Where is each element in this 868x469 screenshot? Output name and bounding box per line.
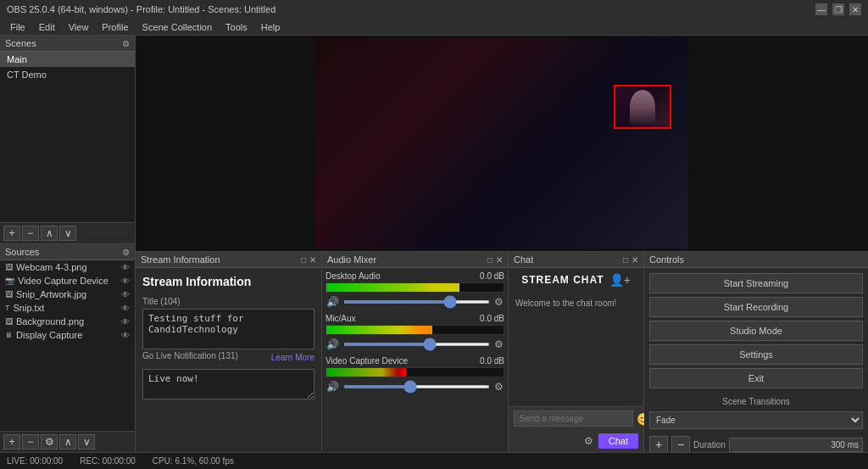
menubar: File Edit View Profile Scene Collection … [0, 19, 868, 36]
live-status: LIVE: 00:00:00 [7, 456, 63, 466]
studio-mode-button[interactable]: Studio Mode [649, 321, 863, 341]
preview-area [136, 36, 868, 251]
menu-view[interactable]: View [62, 20, 96, 34]
start-streaming-button[interactable]: Start Streaming [649, 273, 863, 293]
add-scene-button[interactable]: + [3, 226, 20, 241]
source-item[interactable]: 🖼 Snip_Artwork.jpg 👁 [0, 288, 135, 301]
display-icon: 🖥 [5, 331, 13, 339]
learn-more-link[interactable]: Learn More [271, 353, 314, 362]
audio-settings-button[interactable]: ⚙ [493, 380, 504, 394]
mute-button[interactable]: 🔊 [326, 380, 340, 394]
chat-settings-button[interactable]: ⚙ [584, 435, 593, 447]
stream-info-maximize-icon[interactable]: □ [301, 255, 306, 265]
move-source-up-button[interactable]: ∧ [59, 434, 76, 449]
chat-user-icon: 👤+ [609, 273, 631, 287]
menu-file[interactable]: File [3, 20, 32, 34]
remove-scene-button[interactable]: − [22, 226, 39, 241]
scenes-panel: Scenes ⚙ Main CT Demo + − ∧ ∨ [0, 36, 135, 244]
chat-title: STREAM CHAT [521, 274, 604, 286]
remove-source-button[interactable]: − [22, 434, 39, 449]
meter-fill [326, 326, 432, 334]
volume-slider[interactable] [343, 385, 490, 388]
add-transition-button[interactable]: + [649, 436, 668, 452]
source-visibility-icon[interactable]: 👁 [121, 276, 130, 286]
sources-panel: Sources ⚙ 🖼 Webcam 4-3.png 👁 [0, 244, 135, 452]
source-visibility-icon[interactable]: 👁 [121, 304, 130, 313]
duration-input[interactable] [729, 438, 863, 452]
chat-content: STREAM CHAT 👤+ Welcome to the chat room!… [509, 268, 643, 452]
scene-item-ct-demo[interactable]: CT Demo [0, 67, 135, 82]
source-item[interactable]: T Snip.txt 👁 [0, 301, 135, 315]
audio-track-name: Desktop Audio [326, 271, 381, 281]
scene-transitions-label: Scene Transitions [649, 397, 863, 406]
settings-button[interactable]: Settings [649, 344, 863, 365]
chat-send-button[interactable]: Chat [598, 433, 638, 449]
scenes-settings-icon[interactable]: ⚙ [122, 39, 130, 48]
chat-panel: Chat □ ✕ STREAM CHAT 👤+ Welcome to the c… [509, 252, 644, 452]
audio-settings-button[interactable]: ⚙ [493, 295, 504, 309]
rec-status: REC: 00:00:00 [80, 456, 136, 466]
title-field-label: Title (104) [142, 297, 314, 306]
chat-message-input[interactable] [514, 410, 633, 427]
exit-button[interactable]: Exit [649, 368, 863, 388]
stream-info-close-icon[interactable]: ✕ [309, 255, 316, 265]
menu-help[interactable]: Help [254, 20, 287, 34]
source-item[interactable]: 📷 Video Capture Device 👁 [0, 274, 135, 288]
volume-slider[interactable] [343, 300, 490, 304]
remove-transition-button[interactable]: − [671, 436, 690, 452]
source-item[interactable]: 🖼 Webcam 4-3.png 👁 [0, 260, 135, 274]
minimize-button[interactable]: — [815, 3, 827, 15]
scenes-header-label: Scenes [5, 38, 36, 48]
source-visibility-icon[interactable]: 👁 [121, 317, 130, 327]
source-visibility-icon[interactable]: 👁 [121, 290, 130, 299]
add-source-button[interactable]: + [3, 434, 20, 449]
audio-mixer-maximize-icon[interactable]: □ [487, 255, 492, 265]
sources-list: 🖼 Webcam 4-3.png 👁 📷 Video Capture Devic… [0, 260, 135, 431]
mute-button[interactable]: 🔊 [326, 295, 340, 309]
mute-button[interactable]: 🔊 [326, 338, 340, 351]
audio-mixer-close-icon[interactable]: ✕ [496, 255, 503, 265]
menu-tools[interactable]: Tools [219, 20, 254, 34]
controls-header-label: Controls [649, 254, 684, 265]
title-textarea[interactable]: Testing stuff for CandidTechnology [142, 309, 314, 349]
audio-track-name: Video Capture Device [326, 356, 408, 366]
move-scene-down-button[interactable]: ∨ [59, 226, 76, 241]
menu-profile[interactable]: Profile [95, 20, 135, 34]
menu-edit[interactable]: Edit [32, 20, 62, 34]
source-item[interactable]: 🖥 Display Capture 👁 [0, 328, 135, 342]
source-visibility-icon[interactable]: 👁 [121, 331, 130, 340]
source-name: Snip_Artwork.jpg [16, 289, 86, 299]
source-settings-button[interactable]: ⚙ [41, 434, 58, 449]
volume-slider[interactable] [343, 343, 490, 346]
controls-content: Start Streaming Start Recording Studio M… [644, 268, 868, 452]
maximize-button[interactable]: ❐ [832, 3, 844, 15]
video-icon: 📷 [5, 276, 14, 285]
center-column: Stream Information □ ✕ Stream Informatio… [136, 36, 868, 452]
move-source-down-button[interactable]: ∨ [78, 434, 95, 449]
audio-mixer-header: Audio Mixer □ ✕ [322, 252, 508, 268]
preview-canvas [315, 38, 688, 248]
sources-toolbar: + − ⚙ ∧ ∨ [0, 431, 135, 452]
menu-scene-collection[interactable]: Scene Collection [136, 20, 220, 34]
bottom-panels: Stream Information □ ✕ Stream Informatio… [136, 251, 868, 452]
audio-track-video-capture: Video Capture Device 0.0 dB 🔊 ⚙ [326, 356, 504, 394]
chat-close-icon[interactable]: ✕ [632, 255, 638, 265]
audio-track-mic: Mic/Aux 0.0 dB 🔊 ⚙ [326, 314, 504, 351]
sources-settings-icon[interactable]: ⚙ [122, 248, 130, 257]
start-recording-button[interactable]: Start Recording [649, 297, 863, 317]
close-button[interactable]: ✕ [849, 3, 861, 15]
chat-maximize-icon[interactable]: □ [623, 255, 628, 265]
move-scene-up-button[interactable]: ∧ [41, 226, 58, 241]
source-visibility-icon[interactable]: 👁 [121, 263, 130, 272]
audio-settings-button[interactable]: ⚙ [493, 338, 504, 351]
status-bar: LIVE: 00:00:00 REC: 00:00:00 CPU: 6.1%, … [0, 452, 868, 469]
notification-textarea[interactable]: Live now! [142, 369, 314, 399]
left-column: Scenes ⚙ Main CT Demo + − ∧ ∨ Sources ⚙ [0, 36, 136, 452]
scene-item-main[interactable]: Main [0, 52, 135, 67]
transition-controls: + − Duration [649, 436, 863, 452]
chat-header-label: Chat [514, 254, 533, 265]
image-icon: 🖼 [5, 317, 13, 326]
stream-info-content: Stream Information Title (104) Testing s… [136, 268, 321, 452]
transition-type-select[interactable]: Fade [649, 411, 863, 429]
source-item[interactable]: 🖼 Background.png 👁 [0, 315, 135, 328]
